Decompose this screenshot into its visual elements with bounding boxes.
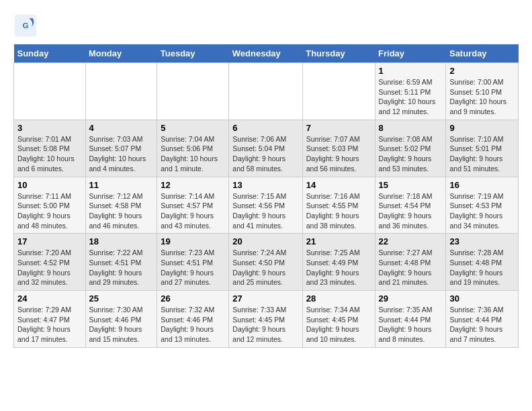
calendar-cell [14, 63, 86, 120]
calendar-cell: 28Sunrise: 7:34 AM Sunset: 4:45 PM Dayli… [302, 291, 375, 348]
day-info: Sunrise: 7:28 AM Sunset: 4:48 PM Dayligh… [449, 248, 515, 287]
day-info: Sunrise: 7:35 AM Sunset: 4:44 PM Dayligh… [379, 305, 443, 345]
day-number: 14 [306, 180, 371, 190]
weekday-header-thursday: Thursday [302, 44, 375, 63]
weekday-header-row: SundayMondayTuesdayWednesdayThursdayFrid… [14, 44, 519, 63]
day-number: 11 [89, 180, 154, 190]
day-info: Sunrise: 7:24 AM Sunset: 4:50 PM Dayligh… [232, 248, 298, 287]
calendar-cell: 5Sunrise: 7:04 AM Sunset: 5:06 PM Daylig… [157, 120, 229, 177]
day-info: Sunrise: 7:06 AM Sunset: 5:04 PM Dayligh… [232, 134, 298, 174]
day-info: Sunrise: 7:34 AM Sunset: 4:45 PM Dayligh… [306, 305, 371, 345]
day-number: 8 [379, 123, 443, 133]
calendar-cell: 27Sunrise: 7:33 AM Sunset: 4:45 PM Dayli… [229, 291, 302, 348]
day-number: 2 [449, 66, 515, 76]
calendar-cell: 26Sunrise: 7:32 AM Sunset: 4:46 PM Dayli… [157, 291, 229, 348]
day-number: 18 [89, 236, 154, 246]
day-number: 26 [161, 293, 225, 304]
calendar-cell: 2Sunrise: 7:00 AM Sunset: 5:10 PM Daylig… [446, 63, 519, 120]
day-info: Sunrise: 7:08 AM Sunset: 5:02 PM Dayligh… [379, 134, 443, 174]
day-info: Sunrise: 7:27 AM Sunset: 4:48 PM Dayligh… [379, 248, 443, 287]
calendar-cell [302, 63, 375, 120]
day-number: 15 [379, 180, 443, 190]
calendar-cell: 17Sunrise: 7:20 AM Sunset: 4:52 PM Dayli… [14, 234, 86, 291]
day-info: Sunrise: 7:33 AM Sunset: 4:45 PM Dayligh… [232, 305, 298, 345]
day-info: Sunrise: 7:12 AM Sunset: 4:58 PM Dayligh… [89, 191, 154, 231]
day-number: 12 [161, 180, 225, 190]
calendar-cell: 23Sunrise: 7:28 AM Sunset: 4:48 PM Dayli… [446, 234, 519, 291]
calendar-week-4: 17Sunrise: 7:20 AM Sunset: 4:52 PM Dayli… [14, 234, 519, 291]
calendar-cell: 16Sunrise: 7:19 AM Sunset: 4:53 PM Dayli… [446, 177, 519, 234]
day-number: 5 [161, 123, 225, 133]
calendar-cell: 4Sunrise: 7:03 AM Sunset: 5:07 PM Daylig… [85, 120, 157, 177]
weekday-header-tuesday: Tuesday [157, 44, 229, 63]
day-info: Sunrise: 7:01 AM Sunset: 5:08 PM Dayligh… [17, 134, 82, 174]
day-number: 25 [89, 293, 154, 304]
day-info: Sunrise: 7:36 AM Sunset: 4:44 PM Dayligh… [449, 305, 515, 345]
logo: G [13, 13, 42, 38]
day-number: 10 [17, 180, 82, 190]
calendar-week-1: 1Sunrise: 6:59 AM Sunset: 5:11 PM Daylig… [14, 63, 519, 120]
calendar-cell: 1Sunrise: 6:59 AM Sunset: 5:11 PM Daylig… [375, 63, 446, 120]
calendar-cell: 20Sunrise: 7:24 AM Sunset: 4:50 PM Dayli… [229, 234, 302, 291]
day-number: 28 [306, 293, 371, 304]
page-header: G [13, 13, 519, 38]
day-info: Sunrise: 7:20 AM Sunset: 4:52 PM Dayligh… [17, 248, 82, 287]
calendar-cell: 19Sunrise: 7:23 AM Sunset: 4:51 PM Dayli… [157, 234, 229, 291]
day-info: Sunrise: 7:03 AM Sunset: 5:07 PM Dayligh… [89, 134, 154, 174]
day-info: Sunrise: 7:23 AM Sunset: 4:51 PM Dayligh… [161, 248, 225, 287]
day-number: 13 [232, 180, 298, 190]
weekday-header-saturday: Saturday [446, 44, 519, 63]
day-number: 27 [232, 293, 298, 304]
day-number: 22 [379, 236, 443, 246]
calendar-cell: 15Sunrise: 7:18 AM Sunset: 4:54 PM Dayli… [375, 177, 446, 234]
logo-icon: G [13, 13, 38, 38]
calendar-cell: 22Sunrise: 7:27 AM Sunset: 4:48 PM Dayli… [375, 234, 446, 291]
weekday-header-wednesday: Wednesday [229, 44, 302, 63]
day-info: Sunrise: 7:22 AM Sunset: 4:51 PM Dayligh… [89, 248, 154, 287]
day-info: Sunrise: 7:18 AM Sunset: 4:54 PM Dayligh… [379, 191, 443, 231]
calendar-cell: 9Sunrise: 7:10 AM Sunset: 5:01 PM Daylig… [446, 120, 519, 177]
calendar-cell: 13Sunrise: 7:15 AM Sunset: 4:56 PM Dayli… [229, 177, 302, 234]
day-number: 3 [17, 123, 82, 133]
day-info: Sunrise: 7:10 AM Sunset: 5:01 PM Dayligh… [449, 134, 515, 174]
day-number: 24 [17, 293, 82, 304]
day-info: Sunrise: 7:25 AM Sunset: 4:49 PM Dayligh… [306, 248, 371, 287]
day-info: Sunrise: 7:16 AM Sunset: 4:55 PM Dayligh… [306, 191, 371, 231]
calendar-week-3: 10Sunrise: 7:11 AM Sunset: 5:00 PM Dayli… [14, 177, 519, 234]
calendar-cell: 10Sunrise: 7:11 AM Sunset: 5:00 PM Dayli… [14, 177, 86, 234]
calendar-table: SundayMondayTuesdayWednesdayThursdayFrid… [13, 44, 519, 348]
calendar-week-2: 3Sunrise: 7:01 AM Sunset: 5:08 PM Daylig… [14, 120, 519, 177]
calendar-week-5: 24Sunrise: 7:29 AM Sunset: 4:47 PM Dayli… [14, 291, 519, 348]
day-number: 23 [449, 236, 515, 246]
day-info: Sunrise: 7:15 AM Sunset: 4:56 PM Dayligh… [232, 191, 298, 231]
calendar-cell [85, 63, 157, 120]
day-number: 4 [89, 123, 154, 133]
calendar-cell: 14Sunrise: 7:16 AM Sunset: 4:55 PM Dayli… [302, 177, 375, 234]
calendar-body: 1Sunrise: 6:59 AM Sunset: 5:11 PM Daylig… [14, 63, 519, 348]
day-info: Sunrise: 7:29 AM Sunset: 4:47 PM Dayligh… [17, 305, 82, 345]
svg-text:G: G [22, 21, 28, 30]
calendar-cell: 29Sunrise: 7:35 AM Sunset: 4:44 PM Dayli… [375, 291, 446, 348]
day-number: 6 [232, 123, 298, 133]
calendar-cell: 24Sunrise: 7:29 AM Sunset: 4:47 PM Dayli… [14, 291, 86, 348]
day-number: 30 [449, 293, 515, 304]
weekday-header-monday: Monday [85, 44, 157, 63]
calendar-cell: 7Sunrise: 7:07 AM Sunset: 5:03 PM Daylig… [302, 120, 375, 177]
day-info: Sunrise: 7:32 AM Sunset: 4:46 PM Dayligh… [161, 305, 225, 345]
day-info: Sunrise: 7:04 AM Sunset: 5:06 PM Dayligh… [161, 134, 225, 174]
day-number: 17 [17, 236, 82, 246]
day-info: Sunrise: 7:07 AM Sunset: 5:03 PM Dayligh… [306, 134, 371, 174]
day-info: Sunrise: 7:11 AM Sunset: 5:00 PM Dayligh… [17, 191, 82, 231]
calendar-cell [157, 63, 229, 120]
day-info: Sunrise: 7:00 AM Sunset: 5:10 PM Dayligh… [449, 77, 515, 117]
calendar-cell: 3Sunrise: 7:01 AM Sunset: 5:08 PM Daylig… [14, 120, 86, 177]
day-number: 21 [306, 236, 371, 246]
calendar-cell: 6Sunrise: 7:06 AM Sunset: 5:04 PM Daylig… [229, 120, 302, 177]
calendar-cell: 21Sunrise: 7:25 AM Sunset: 4:49 PM Dayli… [302, 234, 375, 291]
calendar-cell: 11Sunrise: 7:12 AM Sunset: 4:58 PM Dayli… [85, 177, 157, 234]
day-number: 19 [161, 236, 225, 246]
day-info: Sunrise: 7:19 AM Sunset: 4:53 PM Dayligh… [449, 191, 515, 231]
day-info: Sunrise: 7:14 AM Sunset: 4:57 PM Dayligh… [161, 191, 225, 231]
calendar-cell [229, 63, 302, 120]
calendar-header: SundayMondayTuesdayWednesdayThursdayFrid… [14, 44, 519, 63]
